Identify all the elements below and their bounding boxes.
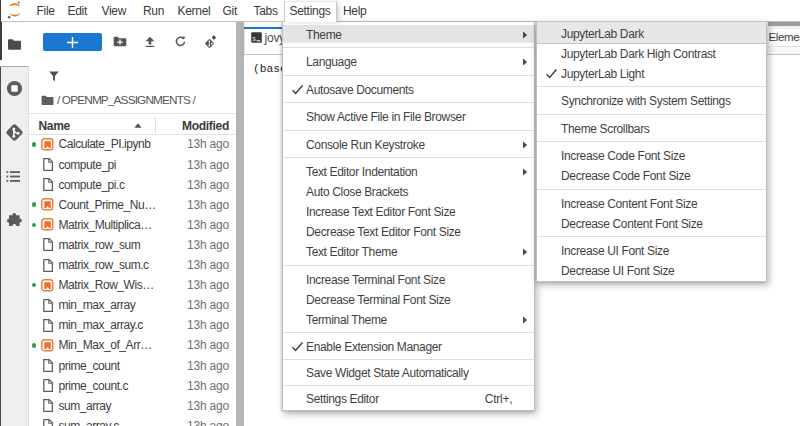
svg-text:$: $	[252, 36, 256, 43]
